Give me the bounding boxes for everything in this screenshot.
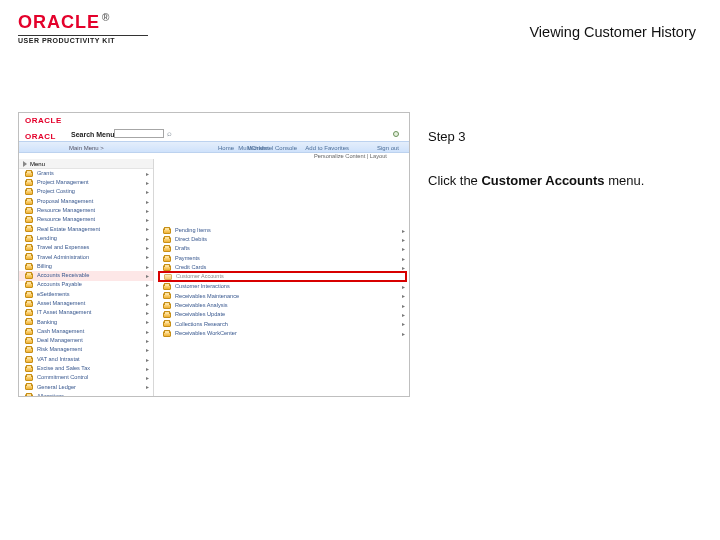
sidebar-item-label: Project Costing [37, 189, 146, 195]
folder-icon [25, 199, 33, 205]
brand-block: ORACLE® USER PRODUCTIVITY KIT [18, 12, 148, 44]
folder-icon [25, 282, 33, 288]
folder-icon [163, 246, 171, 252]
submenu-item[interactable]: Collections Research▸ [157, 320, 409, 329]
sidebar-item[interactable]: Risk Management▸ [19, 346, 153, 355]
submenu-item[interactable]: Receivables Analysis▸ [157, 301, 409, 310]
sidebar-item-label: Real Estate Management [37, 227, 146, 233]
sidebar-item-label: Resource Management [37, 208, 146, 214]
submenu-list-top: Pending Items▸Direct Debits▸Drafts▸Payme… [157, 226, 409, 272]
folder-icon [25, 338, 33, 344]
sidebar-item[interactable]: Commitment Control▸ [19, 374, 153, 383]
sidebar-item[interactable]: VAT and Intrastat▸ [19, 355, 153, 364]
sidebar-item[interactable]: Proposal Management▸ [19, 197, 153, 206]
folder-icon [25, 264, 33, 270]
sidebar-item[interactable]: Travel and Expenses▸ [19, 243, 153, 252]
sidebar-item-label: Cash Management [37, 329, 146, 335]
right-menu-column: Pending Items▸Direct Debits▸Drafts▸Payme… [154, 159, 409, 396]
chevron-right-icon: ▸ [146, 236, 153, 242]
chevron-right-icon: ▸ [146, 329, 153, 335]
toolbar-link-console[interactable]: MultiChannel Console [238, 145, 297, 151]
sidebar-item[interactable]: Project Costing▸ [19, 188, 153, 197]
mini-app-header: ORACLE ORACL Search Menu: ⌕ [19, 113, 409, 141]
sidebar-item[interactable]: Lending▸ [19, 234, 153, 243]
sidebar-item[interactable]: Deal Management▸ [19, 336, 153, 345]
folder-icon [25, 236, 33, 242]
submenu-item-label: Receivables WorkCenter [175, 331, 402, 337]
search-icon[interactable]: ⌕ [167, 130, 172, 138]
search-input[interactable] [114, 129, 164, 138]
submenu-item[interactable]: Pending Items▸ [157, 226, 409, 235]
folder-icon [25, 366, 33, 372]
submenu-list-bottom: Customer Interactions▸Receivables Mainte… [157, 282, 409, 338]
sidebar-item-label: Accounts Payable [37, 282, 146, 288]
submenu-item-label: Credit Cards [175, 265, 402, 271]
sidebar-item[interactable]: Allocations▸ [19, 392, 153, 396]
folder-icon [25, 301, 33, 307]
sidebar-item-label: Accounts Receivable [37, 273, 146, 279]
submenu-item[interactable]: Receivables Maintenance▸ [157, 292, 409, 301]
sidebar-item-label: eSettlements [37, 292, 146, 298]
chevron-right-icon: ▸ [146, 254, 153, 260]
sidebar-item-label: Proposal Management [37, 199, 146, 205]
sidebar-item-label: Grants [37, 171, 146, 177]
sidebar-item[interactable]: Resource Management▸ [19, 206, 153, 215]
submenu-item-label: Receivables Analysis [175, 303, 402, 309]
sidebar-item[interactable]: Project Management▸ [19, 178, 153, 187]
sidebar-item-label: Deal Management [37, 338, 146, 344]
submenu-item[interactable]: Customer Interactions▸ [157, 282, 409, 291]
left-menu-header: Menu [19, 159, 153, 169]
sidebar-item[interactable]: eSettlements▸ [19, 290, 153, 299]
toolbar-link-signout[interactable]: Sign out [377, 145, 399, 151]
sidebar-item[interactable]: Cash Management▸ [19, 327, 153, 336]
sidebar-item[interactable]: Banking▸ [19, 318, 153, 327]
go-button[interactable] [393, 131, 399, 137]
sidebar-item-label: IT Asset Management [37, 310, 146, 316]
chevron-right-icon: ▸ [146, 310, 153, 316]
chevron-right-icon: ▸ [146, 338, 153, 344]
submenu-item-label: Payments [175, 256, 402, 262]
submenu-item[interactable]: Payments▸ [157, 254, 409, 263]
sidebar-item[interactable]: Accounts Payable▸ [19, 281, 153, 290]
chevron-right-icon: ▸ [146, 245, 153, 251]
toolbar-link-home[interactable]: Home [218, 145, 234, 151]
submenu-item[interactable]: Direct Debits▸ [157, 235, 409, 244]
highlighted-item-label: Customer Accounts [176, 274, 224, 280]
mini-oracle-logo-2: ORACL [25, 133, 56, 141]
breadcrumb[interactable]: Main Menu > [69, 145, 104, 151]
folder-icon [164, 274, 172, 280]
sidebar-item[interactable]: Excise and Sales Tax▸ [19, 364, 153, 373]
submenu-item[interactable]: Receivables Update▸ [157, 310, 409, 319]
submenu-item[interactable]: Receivables WorkCenter▸ [157, 329, 409, 338]
folder-icon [163, 284, 171, 290]
folder-icon [25, 171, 33, 177]
sidebar-item-label: Travel and Expenses [37, 245, 146, 251]
folder-icon [25, 217, 33, 223]
folder-icon [163, 312, 171, 318]
customer-accounts-menu[interactable]: Customer Accounts [158, 271, 407, 282]
sidebar-item[interactable]: Travel Administration▸ [19, 253, 153, 262]
chevron-right-icon: ▸ [146, 199, 153, 205]
chevron-right-icon: ▸ [146, 319, 153, 325]
sidebar-item[interactable]: Resource Management▸ [19, 215, 153, 224]
page-title: Viewing Customer History [529, 24, 696, 40]
folder-icon [25, 254, 33, 260]
sidebar-item[interactable]: Real Estate Management▸ [19, 225, 153, 234]
instruction-body: Click the Customer Accounts menu. [428, 172, 696, 190]
submenu-item[interactable]: Drafts▸ [157, 245, 409, 254]
brand-subtitle: USER PRODUCTIVITY KIT [18, 37, 148, 44]
sidebar-item[interactable]: Asset Management▸ [19, 299, 153, 308]
folder-icon [25, 292, 33, 298]
sidebar-item[interactable]: IT Asset Management▸ [19, 308, 153, 317]
folder-icon [25, 310, 33, 316]
sidebar-item[interactable]: General Ledger▸ [19, 383, 153, 392]
toolbar-link-favorites[interactable]: Add to Favorites [305, 145, 349, 151]
submenu-item-label: Direct Debits [175, 237, 402, 243]
chevron-right-icon: ▸ [146, 217, 153, 223]
chevron-right-icon: ▸ [146, 273, 153, 279]
sidebar-item[interactable]: Grants▸ [19, 169, 153, 178]
sidebar-item[interactable]: Billing▸ [19, 262, 153, 271]
sidebar-item[interactable]: Accounts Receivable▸ [19, 271, 153, 280]
chevron-right-icon: ▸ [146, 189, 153, 195]
folder-icon [25, 208, 33, 214]
